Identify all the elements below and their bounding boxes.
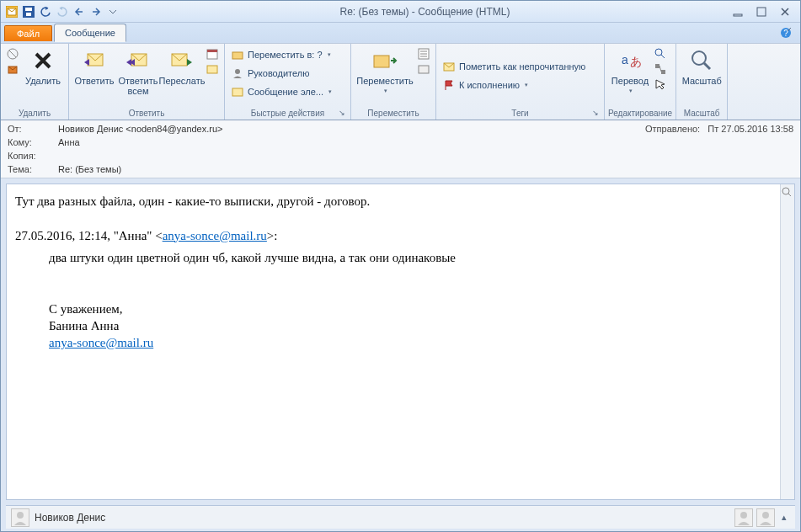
svg-point-25	[655, 49, 662, 56]
actions-icon[interactable]	[417, 62, 430, 76]
group-launcher-icon[interactable]: ↘	[590, 109, 601, 117]
ribbon-tabs: Файл Сообщение ?	[1, 23, 800, 43]
to-label: Кому:	[8, 137, 58, 147]
team-email-icon	[231, 85, 244, 98]
chevron-down-icon: ▾	[629, 88, 633, 94]
from-value: Новиков Денис <noden84@yandex.ru>	[58, 124, 645, 134]
zoom-body-icon[interactable]	[781, 186, 793, 198]
move-button[interactable]: Переместить ▾	[355, 45, 415, 96]
message-tab[interactable]: Сообщение	[54, 24, 126, 42]
file-tab[interactable]: Файл	[4, 25, 52, 41]
chevron-down-icon: ▾	[384, 88, 387, 94]
avatar-thumb-1[interactable]	[734, 508, 753, 527]
svg-rect-27	[661, 70, 665, 74]
reply-all-icon	[125, 47, 152, 74]
related-icon[interactable]	[654, 62, 667, 76]
group-launcher-icon[interactable]: ↘	[337, 109, 347, 117]
svg-point-31	[740, 512, 747, 519]
avatar[interactable]	[11, 508, 29, 527]
to-value: Анна	[58, 137, 793, 147]
quick-access-toolbar	[4, 4, 120, 19]
reply-label: Ответить	[74, 76, 114, 86]
svg-rect-4	[734, 14, 742, 16]
redo-icon[interactable]	[55, 4, 70, 19]
meeting-icon[interactable]	[206, 47, 219, 61]
people-pane: Новиков Денис ▴	[6, 505, 795, 529]
subject-label: Тема:	[8, 164, 58, 174]
quicksteps-group-label: Быстрые действия	[251, 109, 324, 118]
delete-label: Удалить	[25, 76, 61, 86]
reply-button[interactable]: Ответить	[72, 45, 116, 88]
signature-line1: С уважением,	[49, 301, 786, 317]
undo-icon[interactable]	[38, 4, 53, 19]
junk-icon[interactable]	[6, 62, 19, 76]
svg-rect-16	[232, 52, 243, 59]
translate-icon: aあ	[617, 47, 643, 74]
from-label: От:	[8, 124, 58, 134]
message-body[interactable]: Тут два разных файла, один - какие-то вы…	[7, 184, 794, 359]
quote-email-link[interactable]: anya-sonce@mail.ru	[163, 229, 267, 242]
to-manager-button[interactable]: Руководителю	[228, 64, 312, 82]
signature-line2: Банина Анна	[49, 317, 786, 334]
move-icon	[371, 47, 398, 74]
svg-point-32	[762, 512, 769, 519]
svg-point-28	[692, 51, 706, 65]
translate-button[interactable]: aあ Перевод ▾	[608, 45, 652, 96]
more-respond-icon[interactable]	[206, 62, 219, 76]
zoom-icon	[688, 47, 715, 74]
move-label: Переместить	[356, 76, 413, 86]
collapse-people-pane[interactable]: ▴	[778, 512, 790, 523]
reply-all-label: Ответить всем	[118, 76, 158, 96]
forward-button[interactable]: Переслать	[160, 45, 204, 88]
rules-icon[interactable]	[417, 47, 430, 61]
sent-block: Отправлено: Пт 27.05.2016 13:58	[645, 124, 793, 134]
select-icon[interactable]	[654, 77, 667, 91]
avatar-thumb-2[interactable]	[756, 508, 775, 527]
move-group-label: Переместить	[367, 109, 419, 118]
message-body-container: Тут два разных файла, один - какие-то вы…	[6, 184, 795, 500]
svg-rect-26	[655, 64, 659, 68]
move-to-button[interactable]: Переместить в: ?▾	[228, 45, 334, 64]
follow-up-button[interactable]: К исполнению▾	[440, 76, 531, 94]
mark-unread-button[interactable]: Пометить как непрочитанную	[440, 57, 588, 76]
title-bar: Re: (Без темы) - Сообщение (HTML)	[1, 1, 800, 23]
delete-icon	[29, 47, 56, 74]
window-controls	[729, 5, 797, 19]
zoom-button[interactable]: Масштаб	[680, 45, 724, 88]
ignore-icon[interactable]	[6, 47, 19, 61]
cc-label: Копия:	[8, 151, 58, 161]
reply-icon	[81, 47, 108, 74]
svg-text:a: a	[622, 53, 628, 66]
svg-rect-14	[207, 50, 217, 52]
app-icon[interactable]	[4, 4, 19, 19]
message-headers: От: Новиков Денис <noden84@yandex.ru> От…	[1, 120, 800, 178]
svg-point-17	[235, 69, 240, 74]
ribbon-group-tags: Пометить как непрочитанную К исполнению▾…	[436, 44, 605, 120]
help-icon[interactable]: ?	[775, 27, 797, 39]
previous-item-icon[interactable]	[72, 4, 87, 19]
svg-rect-5	[757, 8, 766, 16]
cc-value	[58, 151, 793, 161]
folder-move-icon	[231, 48, 244, 61]
translate-label: Перевод	[611, 76, 649, 86]
svg-text:あ: あ	[630, 55, 642, 68]
maximize-button[interactable]	[753, 5, 770, 19]
forward-label: Переслать	[159, 76, 206, 86]
qat-customize-icon[interactable]	[105, 4, 120, 19]
minimize-button[interactable]	[729, 5, 746, 19]
ribbon-group-delete: Удалить Удалить	[1, 44, 69, 120]
find-icon[interactable]	[654, 47, 667, 61]
ribbon-group-editing: aあ Перевод ▾ Редактирование	[605, 44, 676, 120]
team-email-button[interactable]: Сообщение эле...▾	[228, 82, 334, 101]
next-item-icon[interactable]	[88, 4, 104, 19]
signature-email-link[interactable]: anya-sonce@mail.ru	[49, 336, 153, 349]
delete-button[interactable]: Удалить	[21, 45, 65, 88]
tags-group-label: Теги	[511, 109, 528, 118]
zoom-group-label: Масштаб	[684, 109, 720, 118]
ribbon-group-respond: Ответить Ответить всем Переслать Ответит…	[69, 44, 225, 120]
delete-group-label: Удалить	[19, 109, 51, 118]
save-icon[interactable]	[21, 4, 36, 19]
close-button[interactable]	[777, 5, 793, 19]
reply-all-button[interactable]: Ответить всем	[116, 45, 160, 98]
scrollbar[interactable]	[780, 184, 794, 499]
